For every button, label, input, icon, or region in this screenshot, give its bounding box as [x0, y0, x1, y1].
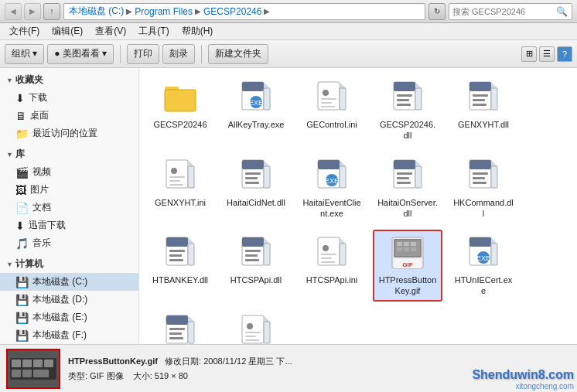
menu-tools[interactable]: 工具(T) [132, 23, 175, 39]
sidebar-item-drive-c[interactable]: 💾 本地磁盘 (C:) [0, 273, 138, 291]
sidebar-item-recent[interactable]: 📁 最近访问的位置 [0, 124, 138, 142]
svg-marker-73 [264, 237, 270, 244]
toolbar-separator-2 [201, 45, 202, 63]
svg-rect-80 [340, 244, 346, 265]
back-button[interactable]: ◀ [5, 3, 22, 20]
file-item[interactable]: HaitaiCidNet.dll [221, 152, 291, 224]
svg-rect-91 [397, 247, 402, 251]
file-item[interactable]: GIF HTPressButtonKey.gif [373, 230, 442, 302]
file-item[interactable]: EXE HTUnIECert.exe [449, 230, 518, 302]
sidebar-item-pictures[interactable]: 🖼 图片 [0, 181, 138, 199]
svg-rect-62 [473, 177, 485, 179]
new-folder-button[interactable]: 新建文件夹 [208, 44, 268, 64]
sidebar-header-computer[interactable]: ▼ 计算机 [0, 255, 138, 273]
file-item[interactable]: HKCommand.dll [449, 152, 518, 224]
svg-point-33 [171, 168, 177, 174]
breadcrumb: 本地磁盘 (C:) ▶ Program Files ▶ GECSP20246 ▶ [63, 3, 425, 20]
file-item[interactable]: GEControl.ini [297, 74, 367, 146]
file-item[interactable]: HTBANKEY.dll [145, 230, 215, 302]
sidebar-item-desktop[interactable]: 🖥 桌面 [0, 107, 138, 124]
sidebar-item-music[interactable]: 🎵 音乐 [0, 234, 138, 252]
up-button[interactable]: ↑ [43, 3, 60, 20]
svg-rect-76 [245, 254, 258, 257]
refresh-button[interactable]: ↻ [428, 3, 446, 20]
file-item[interactable]: NXYUSB_61_HT.dll [145, 308, 215, 344]
status-thumbnail [6, 349, 60, 389]
breadcrumb-current[interactable]: GECSP20246 [203, 6, 261, 17]
status-modify-label: 修改日期: [165, 356, 201, 366]
burn-button[interactable]: 刻录 [162, 44, 195, 64]
svg-rect-51 [394, 160, 415, 169]
sidebar-item-documents[interactable]: 📄 文档 [0, 199, 138, 216]
file-name: HTCSPApi.dll [230, 274, 282, 285]
file-item[interactable]: EXE HaitaiEventClient.exe [297, 152, 367, 224]
svg-marker-52 [415, 160, 422, 166]
file-item[interactable]: NXYUSB_61_HT.ini [221, 308, 291, 344]
organize-button[interactable]: 组织 ▾ [5, 44, 44, 64]
file-area[interactable]: GECSP20246 EXE AllKeyTray.exe GEControl.… [139, 68, 577, 344]
view-details-button[interactable]: ☰ [539, 46, 555, 62]
help-icon[interactable]: ? [557, 46, 572, 62]
file-item[interactable]: GENXYHT.ini [145, 152, 215, 224]
file-name: GECSP20246.dll [377, 119, 438, 141]
svg-rect-78 [318, 237, 340, 265]
file-item[interactable]: EXE AllKeyTray.exe [221, 74, 291, 146]
view-controls: ⊞ ☰ ? [521, 46, 572, 62]
svg-text:EXE: EXE [476, 254, 490, 262]
svg-rect-47 [340, 166, 346, 188]
file-icon [465, 79, 502, 116]
sidebar-label-desktop: 桌面 [30, 109, 49, 122]
file-item[interactable]: GECSP20246 [145, 74, 215, 146]
forward-button[interactable]: ▶ [24, 3, 41, 20]
file-icon [465, 157, 502, 194]
file-item[interactable]: HaitaiOnServer.dll [373, 152, 442, 224]
sidebar-header-favorites[interactable]: ▼ 收藏夹 [0, 71, 138, 89]
sidebar-item-thunder[interactable]: ⬇ 迅雷下载 [0, 216, 138, 234]
file-item[interactable]: HTCSPApi.ini [297, 230, 367, 302]
sidebar: ▼ 收藏夹 ⬇ 下载 🖥 桌面 📁 最近访问的位置 ▼ 库 🎬 [0, 68, 139, 344]
title-bar: ◀ ▶ ↑ 本地磁盘 (C:) ▶ Program Files ▶ GECSP2… [0, 0, 577, 23]
file-icon [389, 157, 426, 194]
sidebar-header-library[interactable]: ▼ 库 [0, 145, 138, 163]
svg-rect-88 [397, 242, 402, 246]
file-item[interactable]: GECSP20246.dll [373, 74, 442, 146]
breadcrumb-programfiles[interactable]: Program Files [135, 6, 193, 17]
sidebar-item-video[interactable]: 🎬 视频 [0, 163, 138, 181]
svg-rect-69 [169, 254, 182, 257]
sidebar-item-drive-e[interactable]: 💾 本地磁盘 (E:) [0, 308, 138, 326]
file-name: HaitaiCidNet.dll [227, 197, 285, 208]
svg-marker-46 [340, 160, 346, 166]
drive-c-icon: 💾 [15, 276, 29, 288]
file-item[interactable]: HTCSPApi.dll [221, 230, 291, 302]
print-button[interactable]: 打印 [127, 44, 159, 64]
music-icon: 🎵 [15, 237, 29, 250]
svg-rect-63 [473, 182, 487, 184]
computer-label: 计算机 [15, 257, 43, 271]
viewer-button[interactable]: ● 美图看看 ▾ [47, 44, 114, 64]
menu-view[interactable]: 查看(V) [89, 23, 132, 39]
sidebar-item-drive-f[interactable]: 💾 本地磁盘 (F:) [0, 326, 138, 344]
svg-point-12 [323, 90, 329, 96]
view-mode-button[interactable]: ⊞ [521, 46, 537, 62]
svg-marker-10 [340, 82, 346, 88]
search-input[interactable] [452, 7, 556, 16]
sidebar-item-download[interactable]: ⬇ 下载 [0, 89, 138, 107]
menu-edit[interactable]: 编辑(E) [46, 23, 89, 39]
breadcrumb-drive[interactable]: 本地磁盘 (C:) [69, 5, 124, 18]
menu-file[interactable]: 文件(F) [3, 23, 46, 39]
svg-rect-99 [491, 244, 497, 265]
svg-rect-43 [245, 182, 259, 184]
svg-marker-31 [188, 160, 194, 166]
menu-help[interactable]: 帮助(H) [176, 23, 220, 39]
svg-rect-103 [166, 315, 188, 325]
file-name: HTCSPApi.ini [306, 274, 357, 285]
search-icon[interactable]: 🔍 [556, 5, 568, 19]
file-item[interactable]: GENXYHT.dll [449, 74, 518, 146]
svg-rect-53 [415, 166, 422, 188]
svg-rect-82 [321, 254, 336, 255]
svg-rect-45 [318, 160, 340, 169]
file-icon [313, 234, 350, 271]
sidebar-item-drive-d[interactable]: 💾 本地磁盘 (D:) [0, 291, 138, 308]
svg-rect-109 [242, 315, 264, 343]
search-bar[interactable]: 🔍 [449, 3, 572, 20]
